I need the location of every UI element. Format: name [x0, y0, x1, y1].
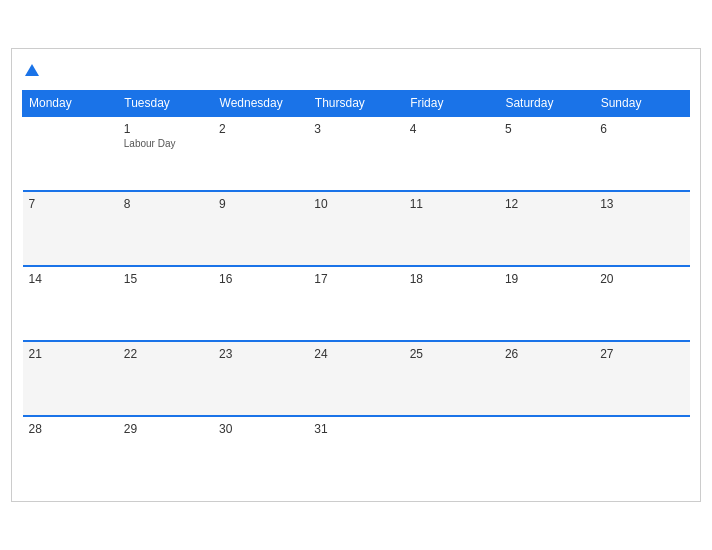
day-number: 19 [505, 272, 588, 286]
day-cell: 20 [594, 266, 689, 341]
weekday-header-friday: Friday [404, 91, 499, 117]
calendar-container: MondayTuesdayWednesdayThursdayFridaySatu… [11, 48, 701, 502]
day-number: 30 [219, 422, 302, 436]
day-cell: 16 [213, 266, 308, 341]
week-row-5: 28293031 [23, 416, 690, 491]
day-number: 24 [314, 347, 397, 361]
day-cell: 28 [23, 416, 118, 491]
day-number: 22 [124, 347, 207, 361]
day-cell: 12 [499, 191, 594, 266]
day-number: 2 [219, 122, 302, 136]
weekday-header-monday: Monday [23, 91, 118, 117]
day-cell: 9 [213, 191, 308, 266]
calendar-grid: MondayTuesdayWednesdayThursdayFridaySatu… [22, 90, 690, 491]
day-number: 6 [600, 122, 683, 136]
day-number: 25 [410, 347, 493, 361]
weekday-header-saturday: Saturday [499, 91, 594, 117]
week-row-2: 78910111213 [23, 191, 690, 266]
day-cell: 22 [118, 341, 213, 416]
day-number: 3 [314, 122, 397, 136]
day-number: 31 [314, 422, 397, 436]
day-cell: 30 [213, 416, 308, 491]
day-number: 8 [124, 197, 207, 211]
weekday-header-thursday: Thursday [308, 91, 403, 117]
day-cell [404, 416, 499, 491]
day-number: 28 [29, 422, 112, 436]
day-number: 21 [29, 347, 112, 361]
week-row-3: 14151617181920 [23, 266, 690, 341]
day-number: 10 [314, 197, 397, 211]
day-number: 13 [600, 197, 683, 211]
logo [22, 64, 39, 75]
day-cell: 14 [23, 266, 118, 341]
day-cell: 19 [499, 266, 594, 341]
day-cell: 5 [499, 116, 594, 191]
day-cell: 26 [499, 341, 594, 416]
weekday-header-wednesday: Wednesday [213, 91, 308, 117]
day-cell: 21 [23, 341, 118, 416]
day-cell [499, 416, 594, 491]
day-cell: 10 [308, 191, 403, 266]
day-number: 23 [219, 347, 302, 361]
day-cell: 23 [213, 341, 308, 416]
day-number: 11 [410, 197, 493, 211]
logo-blue-text [22, 64, 39, 75]
day-cell: 8 [118, 191, 213, 266]
day-cell: 25 [404, 341, 499, 416]
weekday-header-row: MondayTuesdayWednesdayThursdayFridaySatu… [23, 91, 690, 117]
week-row-1: 1Labour Day23456 [23, 116, 690, 191]
week-row-4: 21222324252627 [23, 341, 690, 416]
holiday-label: Labour Day [124, 138, 207, 149]
day-number: 1 [124, 122, 207, 136]
day-number: 17 [314, 272, 397, 286]
weekday-header-sunday: Sunday [594, 91, 689, 117]
day-number: 15 [124, 272, 207, 286]
day-cell: 31 [308, 416, 403, 491]
day-cell: 27 [594, 341, 689, 416]
day-number: 14 [29, 272, 112, 286]
day-cell: 6 [594, 116, 689, 191]
day-number: 26 [505, 347, 588, 361]
day-cell: 24 [308, 341, 403, 416]
day-cell: 17 [308, 266, 403, 341]
day-number: 16 [219, 272, 302, 286]
day-cell: 7 [23, 191, 118, 266]
day-cell: 4 [404, 116, 499, 191]
day-number: 12 [505, 197, 588, 211]
day-cell: 3 [308, 116, 403, 191]
day-cell: 15 [118, 266, 213, 341]
day-cell [23, 116, 118, 191]
day-cell [594, 416, 689, 491]
weekday-header-tuesday: Tuesday [118, 91, 213, 117]
day-number: 27 [600, 347, 683, 361]
logo-triangle-icon [25, 64, 39, 76]
day-number: 4 [410, 122, 493, 136]
calendar-header [22, 59, 690, 80]
day-cell: 29 [118, 416, 213, 491]
day-number: 7 [29, 197, 112, 211]
day-cell: 2 [213, 116, 308, 191]
day-number: 5 [505, 122, 588, 136]
day-number: 29 [124, 422, 207, 436]
day-cell: 13 [594, 191, 689, 266]
day-cell: 1Labour Day [118, 116, 213, 191]
day-number: 20 [600, 272, 683, 286]
day-number: 18 [410, 272, 493, 286]
day-number: 9 [219, 197, 302, 211]
day-cell: 11 [404, 191, 499, 266]
day-cell: 18 [404, 266, 499, 341]
